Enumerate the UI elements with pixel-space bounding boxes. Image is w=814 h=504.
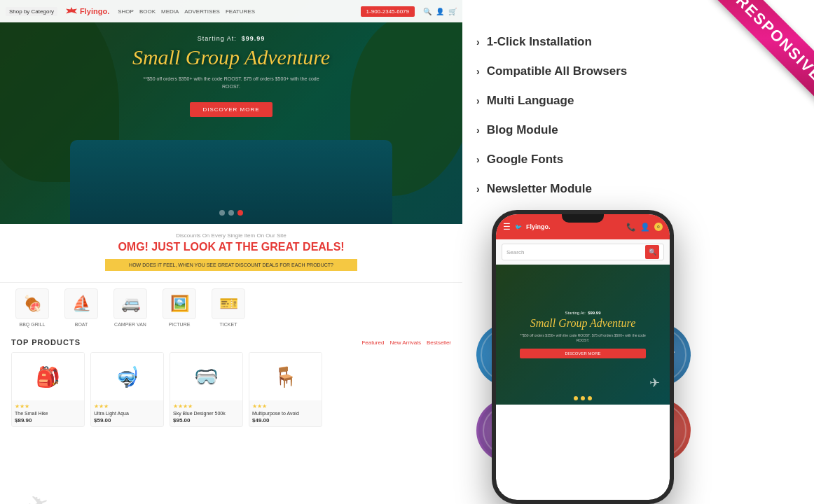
- phone-user-icon[interactable]: 👤: [640, 223, 650, 232]
- nav-link-book[interactable]: BOOK: [139, 8, 156, 15]
- phone-screen: ☰ 🐦 Flyingo. 📞 👤 0 Search 🔍 Starting At:…: [496, 214, 670, 500]
- products-header: TOP PRODUCTS Featured New Arrivals Bests…: [11, 338, 451, 346]
- phone-dot-3[interactable]: [588, 396, 592, 400]
- feature-label-1: 1-Click Installation: [487, 35, 592, 49]
- product-card-2[interactable]: 🤿 ★★★ Ultra Light Aqua $59.00: [90, 352, 164, 427]
- bbq-label: BBQ GRILL: [20, 322, 46, 327]
- logo: Flyingo.: [66, 7, 109, 15]
- phone-dot-1[interactable]: [574, 396, 578, 400]
- nav-link-shop[interactable]: SHOP: [118, 8, 134, 15]
- nav-link-media[interactable]: MEDIA: [161, 8, 179, 15]
- picture-label: PICTURE: [169, 322, 191, 327]
- dot-3[interactable]: [237, 210, 243, 216]
- phone-price: $99.99: [588, 311, 600, 315]
- hero-price: $99.99: [242, 35, 265, 42]
- hero-cta-button[interactable]: DISCOVER MORE: [190, 102, 272, 117]
- logo-text: Flyingo.: [80, 7, 109, 15]
- phone-starting-label: Starting At:: [565, 311, 585, 315]
- nav-link-advertises[interactable]: ADVERTISES: [184, 8, 220, 15]
- phone-mockup: ☰ 🐦 Flyingo. 📞 👤 0 Search 🔍 Starting At:…: [492, 210, 674, 504]
- features-list: › 1-Click Installation › Compatible All …: [476, 35, 627, 211]
- category-label: Shop by Category: [9, 8, 54, 15]
- product-card-1[interactable]: 🎒 ★★★ The Small Hike $89.90: [11, 352, 85, 427]
- deals-title-prefix: OMG! JUST LOOK AT THE: [118, 241, 261, 253]
- hamburger-icon[interactable]: ☰: [503, 222, 511, 232]
- deals-section: Discounts On Every Single Item On Our Si…: [0, 224, 462, 283]
- product-img-3: 🥽: [170, 353, 242, 400]
- deals-title: OMG! JUST LOOK AT THE GREAT DEALS!: [11, 241, 451, 253]
- feature-1click: › 1-Click Installation: [476, 35, 627, 49]
- nav-action-icons: 🔍 👤 🛒: [423, 8, 457, 15]
- boat-icon: ⛵: [64, 288, 98, 319]
- arrow-icon-2: ›: [476, 66, 480, 77]
- nav-links: SHOP BOOK MEDIA ADVERTISES FEATURES: [118, 8, 255, 15]
- ticket-label: TICKET: [220, 322, 237, 327]
- phone-hero-subtitle: **$50 off orders $350+ with the code ROO…: [520, 333, 646, 343]
- screenshot-navbar: Shop by Category Flyingo. SHOP BOOK MEDI…: [0, 0, 462, 22]
- feature-label-6: Newsletter Module: [487, 182, 592, 196]
- product-card-4[interactable]: 🪑 ★★★ Multipurpose to Avoid $49.00: [249, 352, 322, 427]
- left-panel: Shop by Category Flyingo. SHOP BOOK MEDI…: [0, 0, 462, 504]
- picture-icon: 🖼️: [163, 288, 196, 319]
- dot-1[interactable]: [219, 210, 225, 216]
- starting-label: Starting At:: [198, 35, 237, 42]
- ticket-icon: 🎫: [212, 288, 245, 319]
- category-ticket[interactable]: 🎫 TICKET: [207, 288, 249, 327]
- feature-label-4: Blog Module: [487, 123, 558, 137]
- products-section: TOP PRODUCTS Featured New Arrivals Bests…: [0, 332, 462, 433]
- hero-screenshot: Shop by Category Flyingo. SHOP BOOK MEDI…: [0, 0, 462, 224]
- tab-bestseller[interactable]: Bestseller: [427, 340, 451, 346]
- product-stars-1: ★★★: [15, 403, 81, 410]
- products-row: 🎒 ★★★ The Small Hike $89.90 🤿 ★★★ Ultra …: [11, 352, 451, 427]
- product-card-3[interactable]: 🥽 ★★★★ Sky Blue Designer 500k $95.00: [170, 352, 243, 427]
- phone-carousel-dots: [574, 396, 592, 400]
- product-stars-3: ★★★★: [173, 403, 240, 410]
- products-tabs: Featured New Arrivals Bestseller: [361, 340, 451, 346]
- feature-browsers: › Compatible All Browsers: [476, 64, 627, 78]
- phone-dot-2[interactable]: [581, 396, 585, 400]
- category-picture[interactable]: 🖼️ PICTURE: [158, 288, 200, 327]
- phone-search-area: Search 🔍: [496, 239, 670, 265]
- feature-newsletter: › Newsletter Module: [476, 182, 627, 196]
- deals-title-highlight: GREAT DEALS!: [261, 241, 345, 253]
- category-bbq-grill[interactable]: 🍖 BBQ GRILL: [11, 288, 53, 327]
- arrow-icon-4: ›: [476, 125, 480, 136]
- hero-subtitle: **$50 off orders $350+ with the code ROO…: [140, 76, 322, 90]
- ribbon-text: RESPONSIVE: [713, 0, 814, 104]
- nav-link-features[interactable]: FEATURES: [226, 8, 255, 15]
- logo-icon: [66, 7, 77, 15]
- cart-icon[interactable]: 🛒: [448, 8, 457, 15]
- products-title: TOP PRODUCTS: [11, 338, 81, 346]
- category-dropdown[interactable]: Shop by Category: [6, 7, 57, 16]
- dot-2[interactable]: [228, 210, 234, 216]
- tab-new-arrivals[interactable]: New Arrivals: [389, 340, 420, 346]
- phone-cart-badge[interactable]: 0: [654, 223, 663, 231]
- phone-search-box[interactable]: Search 🔍: [502, 244, 664, 260]
- bbq-icon: 🍖: [15, 288, 49, 319]
- bottom-section: ✈ Discounts On Every Single Item On Our …: [0, 224, 462, 504]
- user-icon[interactable]: 👤: [436, 8, 444, 15]
- category-boat[interactable]: ⛵ BOAT: [60, 288, 102, 327]
- phone-hero-cta[interactable]: DISCOVER MORE: [520, 349, 646, 358]
- category-camper-van[interactable]: 🚐 CAMPER VAN: [109, 288, 151, 327]
- arrow-icon-6: ›: [476, 183, 480, 195]
- category-row: 🍖 BBQ GRILL ⛵ BOAT 🚐 CAMPER VAN 🖼️ PICTU…: [0, 283, 462, 332]
- feature-blog: › Blog Module: [476, 123, 627, 137]
- plane-icon: ✈: [24, 487, 54, 504]
- product-price-3: $95.00: [173, 417, 240, 424]
- phone-logo-text: Flyingo.: [526, 223, 551, 230]
- hero-title: Small Group Adventure: [0, 45, 462, 70]
- product-img-2: 🤿: [91, 353, 163, 400]
- hero-carousel-dots: [219, 210, 243, 216]
- arrow-icon-3: ›: [476, 95, 480, 106]
- product-name-4: Multipurpose to Avoid: [252, 411, 319, 416]
- arrow-icon-5: ›: [476, 154, 480, 165]
- tab-featured[interactable]: Featured: [361, 340, 384, 346]
- product-name-1: The Small Hike: [15, 411, 81, 416]
- phone-call-icon[interactable]: 📞: [626, 223, 636, 232]
- phone-search-button[interactable]: 🔍: [645, 245, 659, 259]
- search-icon[interactable]: 🔍: [423, 8, 432, 15]
- phone-nav-icons: 📞 👤 0: [626, 223, 663, 232]
- product-name-3: Sky Blue Designer 500k: [173, 411, 240, 416]
- phone-hero-content: Starting At: $99.99 Small Group Adventur…: [520, 311, 646, 358]
